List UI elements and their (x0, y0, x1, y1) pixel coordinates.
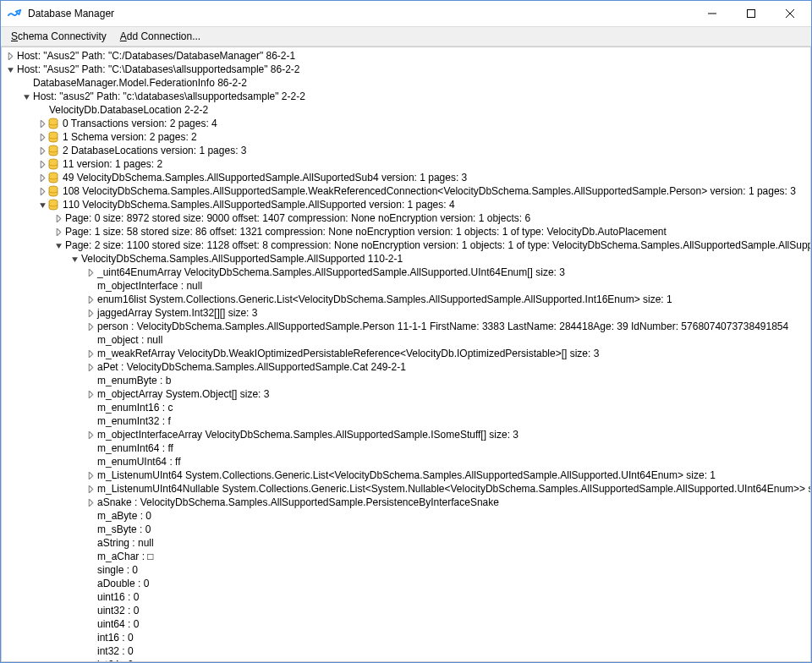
window-title: Database Manager (28, 8, 114, 19)
expand-toggle-icon[interactable] (37, 118, 47, 129)
expand-toggle-icon[interactable] (85, 470, 96, 480)
expand-toggle-icon[interactable] (85, 348, 96, 359)
tree-item[interactable]: 49 VelocityDbSchema.Samples.AllSupported… (2, 171, 810, 184)
tree-item[interactable]: aDouble : 0 (2, 577, 810, 590)
expand-toggle-icon[interactable] (37, 200, 47, 210)
tree-view[interactable]: Host: "Asus2" Path: "C:/Databases/Databa… (2, 47, 810, 661)
tree-item-label: 108 VelocityDbSchema.Samples.AllSupporte… (61, 184, 796, 198)
tree-item[interactable]: int32 : 0 (2, 644, 810, 658)
tree-item[interactable]: Page: 1 size: 58 stored size: 86 offset:… (2, 225, 810, 238)
tree-item[interactable]: m_objectInterface : null (2, 279, 810, 293)
tree-item[interactable]: m_object : null (2, 333, 810, 347)
tree-item[interactable]: Host: "Asus2" Path: "C:\Databases\allsup… (2, 63, 810, 76)
tree-item-label: 2 DatabaseLocations version: 1 pages: 3 (61, 144, 246, 157)
tree-item[interactable]: person : VelocityDbSchema.Samples.AllSup… (2, 320, 810, 333)
expand-toggle-icon[interactable] (85, 267, 96, 277)
tree-item-label: m_enumByte : b (96, 374, 171, 387)
tree-item[interactable]: 11 version: 1 pages: 2 (2, 157, 810, 171)
tree-item-label: 110 VelocityDbSchema.Samples.AllSupporte… (61, 198, 455, 211)
minimize-button[interactable] (693, 1, 732, 26)
tree-item[interactable]: m_objectArray System.Object[] size: 3 (2, 387, 810, 401)
tree-item[interactable]: aSnake : VelocityDbSchema.Samples.AllSup… (2, 496, 810, 509)
tree-item[interactable]: 0 Transactions version: 2 pages: 4 (2, 117, 810, 130)
tree-item[interactable]: single : 0 (2, 563, 810, 577)
tree-item[interactable]: VelocityDbSchema.Samples.AllSupportedSam… (2, 252, 810, 266)
tree-item[interactable]: Page: 0 size: 8972 stored size: 9000 off… (2, 211, 810, 225)
database-icon (47, 145, 59, 156)
menu-add-connection[interactable]: Add Connection... (113, 29, 207, 44)
tree-item[interactable]: int64 : 0 (2, 658, 810, 661)
menu-label: dd Connection... (127, 30, 200, 42)
menu-label: chema Connectivity (18, 30, 107, 42)
tree-item-label: Page: 0 size: 8972 stored size: 9000 off… (63, 211, 530, 225)
tree-item[interactable]: m_objectInterfaceArray VelocityDbSchema.… (2, 428, 810, 441)
tree-item[interactable]: 1 Schema version: 2 pages: 2 (2, 130, 810, 144)
tree-item[interactable]: _uint64EnumArray VelocityDbSchema.Sample… (2, 266, 810, 279)
tree-item-label: DatabaseManager.Model.FederationInfo 86-… (31, 76, 247, 90)
tree-item[interactable]: m_ListenumUInt64Nullable System.Collecti… (2, 482, 810, 496)
expand-toggle-icon[interactable] (21, 91, 31, 101)
expand-toggle-icon[interactable] (37, 173, 47, 183)
tree-item[interactable]: m_enumUInt64 : ff (2, 455, 810, 468)
menu-schema-connectivity[interactable]: Schema Connectivity (4, 29, 113, 44)
svg-rect-1 (748, 10, 755, 18)
expand-toggle-icon[interactable] (85, 362, 96, 372)
expand-toggle-icon[interactable] (53, 213, 63, 223)
expand-toggle-icon[interactable] (5, 64, 15, 74)
tree-item-label: m_ListenumUInt64 System.Collections.Gene… (96, 468, 716, 482)
expand-toggle-icon[interactable] (85, 308, 96, 318)
expand-toggle-icon[interactable] (53, 227, 63, 237)
tree-item[interactable]: Host: "Asus2" Path: "C:/Databases/Databa… (2, 49, 810, 63)
tree-item-label: VelocityDb.DatabaseLocation 2-2-2 (47, 103, 208, 117)
menubar: Schema Connectivity Add Connection... (1, 26, 811, 47)
expand-toggle-icon[interactable] (85, 321, 96, 332)
tree-item[interactable]: m_aByte : 0 (2, 509, 810, 523)
tree-item[interactable]: m_enumByte : b (2, 374, 810, 387)
expand-toggle-icon[interactable] (37, 145, 47, 156)
tree-item[interactable]: m_enumInt64 : ff (2, 441, 810, 455)
tree-item-label: aPet : VelocityDbSchema.Samples.AllSuppo… (96, 360, 406, 374)
tree-item[interactable]: enum16list System.Collections.Generic.Li… (2, 293, 810, 306)
expand-toggle-icon[interactable] (85, 294, 96, 304)
tree-item[interactable]: uint16 : 0 (2, 590, 810, 604)
tree-item[interactable]: jaggedArray System.Int32[][] size: 3 (2, 306, 810, 320)
tree-item-label: Host: "asus2" Path: "c:\databases\allsup… (31, 90, 305, 103)
expand-toggle-icon[interactable] (53, 240, 63, 250)
tree-item-label: VelocityDbSchema.Samples.AllSupportedSam… (80, 252, 403, 266)
tree-item[interactable]: Page: 2 size: 1100 stored size: 1128 off… (2, 238, 810, 252)
database-icon (47, 118, 59, 129)
database-icon (47, 199, 59, 211)
tree-item[interactable]: m_ListenumUInt64 System.Collections.Gene… (2, 468, 810, 482)
expand-toggle-icon[interactable] (85, 497, 96, 507)
tree-item[interactable]: uint32 : 0 (2, 604, 810, 617)
tree-item[interactable]: 108 VelocityDbSchema.Samples.AllSupporte… (2, 184, 810, 198)
tree-item[interactable]: m_weakRefArray VelocityDb.WeakIOptimized… (2, 347, 810, 360)
tree-item[interactable]: m_enumInt16 : c (2, 401, 810, 414)
expand-toggle-icon[interactable] (37, 132, 47, 142)
tree-item[interactable]: m_aChar : □ (2, 550, 810, 563)
tree-item[interactable]: Host: "asus2" Path: "c:\databases\allsup… (2, 90, 810, 103)
maximize-button[interactable] (732, 1, 771, 26)
tree-item[interactable]: VelocityDb.DatabaseLocation 2-2-2 (2, 103, 810, 117)
tree-item[interactable]: 110 VelocityDbSchema.Samples.AllSupporte… (2, 198, 810, 211)
tree-item-label: 0 Transactions version: 2 pages: 4 (61, 117, 217, 130)
tree-item-label: m_enumInt16 : c (96, 401, 173, 414)
close-button[interactable] (771, 1, 809, 26)
client-area: Host: "Asus2" Path: "C:/Databases/Databa… (1, 47, 811, 662)
tree-item[interactable]: aPet : VelocityDbSchema.Samples.AllSuppo… (2, 360, 810, 374)
expand-toggle-icon[interactable] (37, 159, 47, 169)
tree-item[interactable]: int16 : 0 (2, 631, 810, 644)
expand-toggle-icon[interactable] (85, 484, 96, 494)
expand-toggle-icon[interactable] (69, 254, 80, 264)
expand-toggle-icon[interactable] (85, 430, 96, 440)
expand-toggle-icon[interactable] (5, 51, 15, 61)
expand-toggle-icon[interactable] (37, 186, 47, 196)
tree-item[interactable]: m_enumInt32 : f (2, 414, 810, 428)
tree-item[interactable]: DatabaseManager.Model.FederationInfo 86-… (2, 76, 810, 90)
tree-item-label: m_aChar : □ (96, 550, 154, 563)
tree-item[interactable]: m_sByte : 0 (2, 523, 810, 536)
tree-item[interactable]: aString : null (2, 536, 810, 550)
expand-toggle-icon[interactable] (85, 389, 96, 399)
tree-item[interactable]: uint64 : 0 (2, 617, 810, 631)
tree-item[interactable]: 2 DatabaseLocations version: 1 pages: 3 (2, 144, 810, 157)
